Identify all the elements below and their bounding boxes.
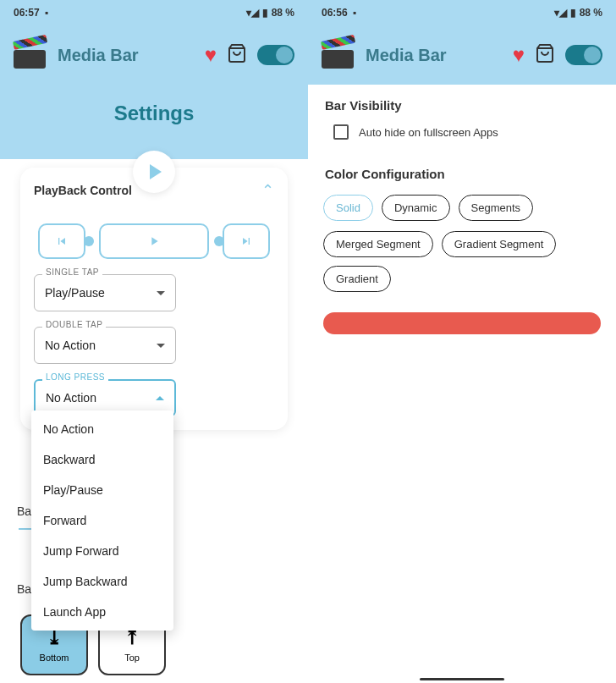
double-tap-field: DOUBLE TAP No Action <box>34 327 274 364</box>
dropdown-icon <box>157 344 165 348</box>
field-label: SINGLE TAP <box>42 267 102 277</box>
dropdown-menu: No Action Backward Play/Pause Forward Ju… <box>31 410 173 631</box>
checkbox-icon[interactable] <box>333 124 349 140</box>
battery-pct: 88 % <box>272 7 294 19</box>
battery-pct: 88 % <box>580 7 602 19</box>
nav-pill[interactable] <box>112 678 196 680</box>
app-logo-icon <box>322 38 355 72</box>
visibility-heading: Bar Visibility <box>308 85 616 121</box>
dropdown-item[interactable]: Jump Backward <box>31 566 173 597</box>
field-label: LONG PRESS <box>42 372 108 382</box>
header-bg: Settings <box>0 85 308 159</box>
status-bar: 06:56 ▪ ▾◢ ▮ 88 % <box>308 0 616 25</box>
phone-right: 06:56 ▪ ▾◢ ▮ 88 % Media Bar ♥ Bar Visibi… <box>308 0 616 683</box>
chip-dynamic[interactable]: Dynamic <box>382 195 450 221</box>
chat-icon: ▪ <box>353 7 356 19</box>
master-toggle[interactable] <box>565 45 602 65</box>
battery-icon: ▮ <box>262 7 268 19</box>
dropdown-icon <box>157 291 165 295</box>
connector-dot <box>84 236 94 246</box>
dropdown-item[interactable]: Backward <box>31 444 173 475</box>
app-title: Media Bar <box>366 46 503 65</box>
checkbox-label: Auto hide on fullscreen Apps <box>359 126 498 139</box>
collapse-icon[interactable]: ⌃ <box>261 181 274 200</box>
card-title: PlayBack Control <box>34 184 132 197</box>
bag-icon[interactable] <box>227 43 247 67</box>
auto-hide-row[interactable]: Auto hide on fullscreen Apps <box>308 121 616 153</box>
field-label: DOUBLE TAP <box>42 320 106 329</box>
dropdown-item[interactable]: Play/Pause <box>31 475 173 505</box>
play-circle-icon <box>133 151 175 193</box>
color-heading: Color Configuration <box>308 153 616 190</box>
app-title: Media Bar <box>58 46 195 65</box>
page-title: Settings <box>0 102 308 125</box>
status-time: 06:56 <box>322 7 348 19</box>
app-logo-icon <box>14 38 47 72</box>
media-controls-row <box>34 223 274 259</box>
dropdown-item[interactable]: Launch App <box>31 597 173 627</box>
chat-icon: ▪ <box>45 7 48 19</box>
wifi-icon: ▾◢ <box>554 7 567 19</box>
playback-card: PlayBack Control ⌃ SINGLE TAP Play/Pause <box>20 168 288 430</box>
phone-left: 06:57 ▪ ▾◢ ▮ 88 % Media Bar ♥ Settings P… <box>0 0 308 683</box>
chip-segments[interactable]: Segments <box>459 195 534 221</box>
chip-gradient[interactable]: Gradient <box>323 266 391 292</box>
app-bar: Media Bar ♥ <box>308 25 616 85</box>
single-tap-field: SINGLE TAP Play/Pause <box>34 274 274 311</box>
color-preview-bar[interactable] <box>323 312 601 334</box>
app-bar: Media Bar ♥ <box>0 25 308 85</box>
heart-icon[interactable]: ♥ <box>205 43 217 67</box>
connector-dot <box>214 236 224 246</box>
status-bar: 06:57 ▪ ▾◢ ▮ 88 % <box>0 0 308 25</box>
single-tap-select[interactable]: Play/Pause <box>34 274 176 311</box>
chip-merged-segment[interactable]: Merged Segment <box>323 231 433 257</box>
chip-solid[interactable]: Solid <box>323 195 373 221</box>
master-toggle[interactable] <box>257 45 294 65</box>
dropdown-item[interactable]: Forward <box>31 505 173 536</box>
play-button[interactable] <box>99 223 209 259</box>
dropdown-item[interactable]: Jump Forward <box>31 536 173 566</box>
prev-button[interactable] <box>38 223 85 259</box>
wifi-icon: ▾◢ <box>246 7 259 19</box>
nav-pill[interactable] <box>420 678 504 680</box>
status-time: 06:57 <box>14 7 40 19</box>
chip-gradient-segment[interactable]: Gradient Segment <box>442 231 557 257</box>
battery-icon: ▮ <box>570 7 576 19</box>
heart-icon[interactable]: ♥ <box>513 43 525 67</box>
chip-row-1: Solid Dynamic Segments <box>308 190 616 226</box>
next-button[interactable] <box>223 223 270 259</box>
dropdown-icon <box>156 396 164 400</box>
bag-icon[interactable] <box>535 43 555 67</box>
double-tap-select[interactable]: No Action <box>34 327 176 364</box>
chip-row-2: Merged Segment Gradient Segment Gradient <box>308 226 616 297</box>
dropdown-item[interactable]: No Action <box>31 414 173 444</box>
